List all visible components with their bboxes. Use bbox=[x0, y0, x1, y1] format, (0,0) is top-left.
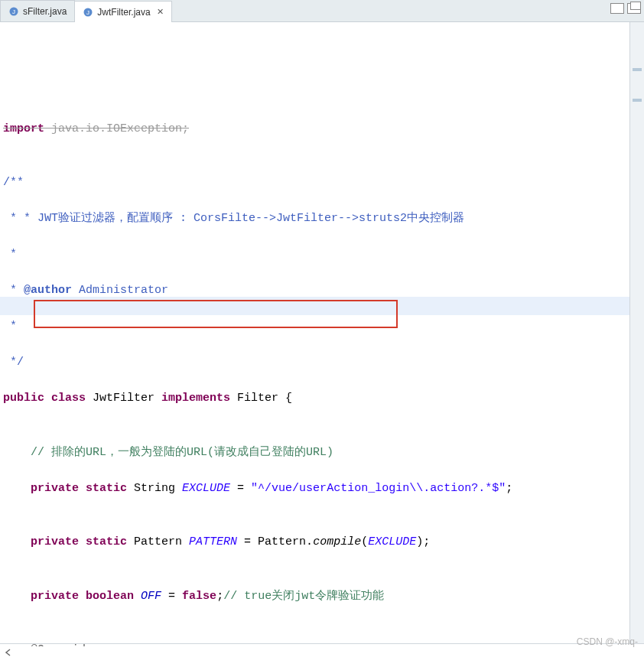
tab-label: JwtFilter.java bbox=[97, 7, 150, 18]
overview-ruler[interactable] bbox=[629, 22, 644, 646]
scroll-left-icon[interactable] bbox=[0, 649, 17, 656]
maximize-icon[interactable] bbox=[627, 3, 641, 14]
svg-text:J: J bbox=[86, 9, 89, 16]
tab-jwtfilter[interactable]: J JwtFilter.java ✕ bbox=[74, 1, 171, 22]
ide-window: J sFilter.java J JwtFilter.java ✕ import… bbox=[0, 0, 644, 667]
code-content: import java.io.IOException; /** * * JWT验… bbox=[0, 94, 629, 646]
window-controls bbox=[610, 3, 641, 14]
minimize-icon[interactable] bbox=[610, 3, 624, 14]
close-icon[interactable]: ✕ bbox=[157, 7, 164, 17]
svg-text:J: J bbox=[12, 8, 15, 15]
tab-label: sFilter.java bbox=[23, 6, 67, 17]
java-file-icon: J bbox=[83, 7, 93, 18]
watermark: CSDN @-xmq- bbox=[577, 636, 638, 647]
java-file-icon: J bbox=[8, 6, 19, 17]
overview-mark bbox=[633, 68, 642, 71]
code-editor[interactable]: import java.io.IOException; /** * * JWT验… bbox=[0, 22, 629, 646]
overview-mark bbox=[633, 99, 642, 102]
editor-tabbar: J sFilter.java J JwtFilter.java ✕ bbox=[0, 0, 644, 22]
tab-corsfilter[interactable]: J sFilter.java bbox=[0, 0, 75, 21]
